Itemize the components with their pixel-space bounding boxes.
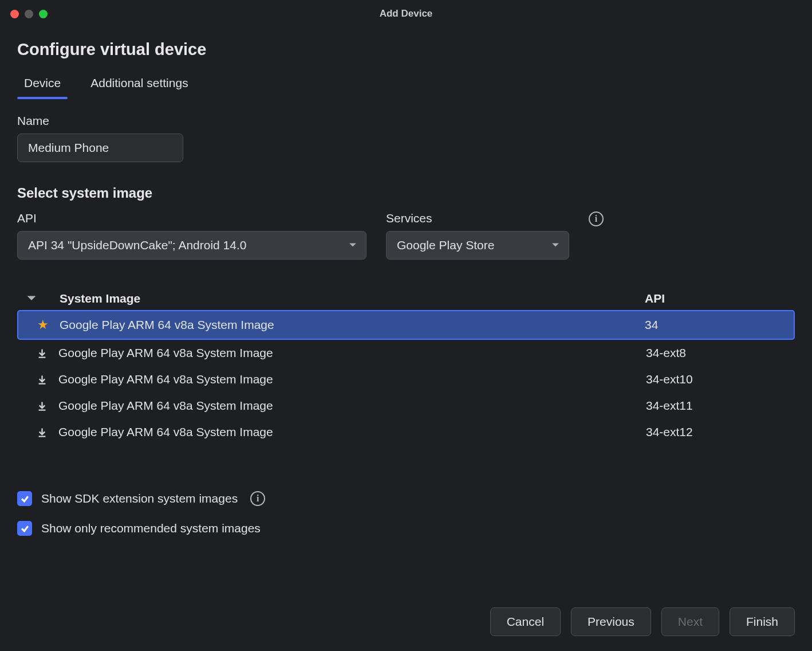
table-row[interactable]: Google Play ARM 64 v8a System Image34-ex… xyxy=(17,419,795,445)
star-icon: ★ xyxy=(37,317,49,332)
table-row[interactable]: Google Play ARM 64 v8a System Image34-ex… xyxy=(17,393,795,419)
download-icon[interactable] xyxy=(37,427,48,438)
download-icon[interactable] xyxy=(37,348,48,359)
services-label: Services xyxy=(386,211,569,225)
row-api: 34-ext11 xyxy=(646,399,789,413)
show-recommended-label: Show only recommended system images xyxy=(41,521,261,535)
api-label: API xyxy=(17,211,366,225)
page-heading: Configure virtual device xyxy=(17,40,795,59)
col-header-api: API xyxy=(645,292,788,305)
row-name: Google Play ARM 64 v8a System Image xyxy=(58,346,646,360)
system-image-table: System Image API ★Google Play ARM 64 v8a… xyxy=(17,287,795,445)
api-select-value: API 34 "UpsideDownCake"; Android 14.0 xyxy=(28,238,246,252)
row-api: 34-ext8 xyxy=(646,346,789,360)
show-sdk-ext-label: Show SDK extension system images xyxy=(41,492,238,505)
table-row[interactable]: ★Google Play ARM 64 v8a System Image34 xyxy=(17,310,795,340)
next-button: Next xyxy=(661,607,719,636)
info-icon[interactable]: i xyxy=(589,211,604,226)
row-api: 34-ext10 xyxy=(646,372,789,386)
row-api: 34 xyxy=(645,318,788,332)
tab-device[interactable]: Device xyxy=(17,70,68,99)
services-select-value: Google Play Store xyxy=(397,238,494,252)
close-window-button[interactable] xyxy=(10,10,19,18)
expand-collapse-icon[interactable] xyxy=(26,293,37,304)
finish-button[interactable]: Finish xyxy=(730,607,795,636)
services-select[interactable]: Google Play Store xyxy=(386,231,569,260)
row-api: 34-ext12 xyxy=(646,425,789,439)
maximize-window-button[interactable] xyxy=(39,10,48,18)
col-header-name: System Image xyxy=(60,292,645,305)
show-sdk-ext-checkbox[interactable] xyxy=(17,491,32,506)
row-name: Google Play ARM 64 v8a System Image xyxy=(58,372,646,386)
minimize-window-button xyxy=(25,10,33,18)
row-name: Google Play ARM 64 v8a System Image xyxy=(58,425,646,439)
row-name: Google Play ARM 64 v8a System Image xyxy=(58,399,646,413)
chevron-down-icon xyxy=(349,241,357,249)
section-heading: Select system image xyxy=(17,185,795,201)
download-icon[interactable] xyxy=(37,374,48,385)
table-row[interactable]: Google Play ARM 64 v8a System Image34-ex… xyxy=(17,340,795,366)
footer: Cancel Previous Next Finish xyxy=(0,596,812,651)
info-icon[interactable]: i xyxy=(250,491,265,506)
check-icon xyxy=(20,524,30,534)
name-input[interactable] xyxy=(17,134,183,162)
show-recommended-checkbox[interactable] xyxy=(17,521,32,536)
download-icon[interactable] xyxy=(37,401,48,411)
row-name: Google Play ARM 64 v8a System Image xyxy=(60,318,645,332)
name-label: Name xyxy=(17,114,795,128)
api-select[interactable]: API 34 "UpsideDownCake"; Android 14.0 xyxy=(17,231,366,260)
table-row[interactable]: Google Play ARM 64 v8a System Image34-ex… xyxy=(17,366,795,393)
check-icon xyxy=(20,494,30,504)
chevron-down-icon xyxy=(551,241,559,249)
window-title: Add Device xyxy=(380,8,433,19)
tab-bar: Device Additional settings xyxy=(17,70,795,99)
cancel-button[interactable]: Cancel xyxy=(490,607,561,636)
previous-button[interactable]: Previous xyxy=(571,607,651,636)
tab-additional-settings[interactable]: Additional settings xyxy=(84,70,195,99)
titlebar: Add Device xyxy=(0,0,812,28)
